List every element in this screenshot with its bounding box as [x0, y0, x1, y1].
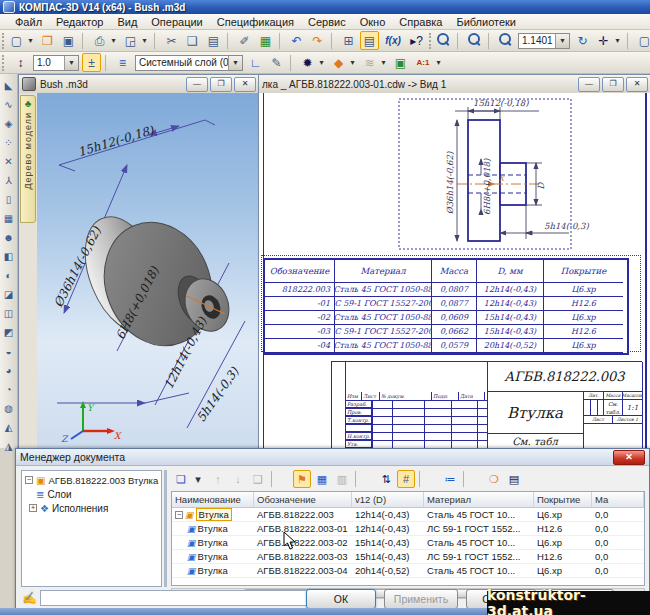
menu-item[interactable]: Справка [392, 15, 449, 29]
executions-table[interactable]: НаименованиеОбозначениеv12 (D)МатериалПо… [171, 491, 645, 586]
array-icon[interactable]: ≋ [360, 53, 379, 72]
move-down-icon[interactable]: ↓ [229, 470, 247, 488]
revolve-icon[interactable]: ◐ [0, 267, 17, 284]
axis-icon[interactable]: ⅄ [0, 172, 17, 189]
menu-item[interactable]: Операции [144, 15, 209, 29]
menu-item[interactable]: Редактор [49, 15, 110, 29]
intersect-icon[interactable]: ✕ [0, 153, 17, 170]
toolbar-grip[interactable] [429, 33, 431, 49]
restore-button[interactable]: ❐ [602, 77, 624, 92]
model-window[interactable]: Bush .m3d — ❐ ✕ ♣ Дерево модели [18, 74, 260, 450]
tree-root-item[interactable]: − ▣ АГБВ.818222.003 Втулка (Тел-1) [22, 473, 161, 487]
save-icon[interactable]: ▣ [59, 31, 78, 50]
model-window-titlebar[interactable]: Bush .m3d — ❐ ✕ [19, 75, 259, 94]
move-up-icon[interactable]: ↑ [209, 470, 227, 488]
chamfer-icon[interactable]: ◔ [0, 381, 17, 398]
apply-button[interactable]: Применить [384, 589, 458, 609]
model-tree-tab[interactable]: ♣ Дерево модели [20, 95, 36, 223]
extrusion-icon[interactable]: ◧ [0, 248, 17, 265]
executions-header-cell[interactable]: Обозначение [254, 492, 352, 507]
sep[interactable] [290, 54, 294, 72]
sketch-check-icon[interactable]: ✎ [267, 53, 286, 72]
spec-table-row[interactable]: -02 Сталь 45 ГОСТ 1050-88 0,0609 15h14(-… [265, 311, 627, 325]
close-button[interactable]: ✕ [234, 77, 256, 92]
fx-icon[interactable]: f(x) [381, 31, 405, 50]
rotate-icon[interactable]: ↻ [573, 31, 592, 50]
preview-icon[interactable]: ◲ [121, 31, 140, 50]
sep[interactable] [82, 32, 86, 50]
layers-icon[interactable]: ≡ [113, 53, 132, 72]
zoom-window-icon[interactable] [434, 31, 453, 50]
sep[interactable] [331, 32, 335, 50]
add-execution-icon[interactable]: ❏ [172, 470, 190, 488]
sort-icon[interactable]: ⇅ [377, 470, 395, 488]
kinematic-icon[interactable]: ◪ [0, 286, 17, 303]
executions-header-cell[interactable]: Ма [592, 492, 644, 507]
rib-icon[interactable]: ◭ [0, 419, 17, 436]
table-edit-icon[interactable]: ▦ [313, 470, 331, 488]
extrude-icon[interactable]: ◆ [329, 53, 348, 72]
local-cs-icon[interactable]: ∟ [246, 53, 265, 72]
execution-row[interactable]: −▣Втулка АГБВ.818222.003-03 15h14(-0,43)… [172, 550, 644, 564]
print-icon[interactable]: ⎙ [90, 31, 109, 50]
array-points-icon[interactable]: ⁘ [0, 134, 17, 151]
person-icon[interactable]: ☻ [0, 229, 17, 246]
cut-icon[interactable]: ✂ [162, 31, 181, 50]
spreadsheet-icon[interactable]: ▦ [256, 31, 275, 50]
sep[interactable] [488, 32, 492, 50]
table-view-icon[interactable]: ▥ [333, 470, 351, 488]
executions-header-cell[interactable]: v12 (D) [352, 492, 424, 507]
app-titlebar[interactable]: КОМПАС-3D V14 (x64) - Bush .m3d [0, 0, 650, 14]
layer-combo[interactable]: Системный слой (0) ▼ [135, 55, 243, 71]
sheet-icon[interactable]: ▯ [0, 191, 17, 208]
drawing-viewport[interactable]: X 15h12(-0,18) Ø36h14(-0,62) 6H8(+0,018) [259, 93, 650, 449]
collapse-icon[interactable]: − [25, 476, 33, 484]
flag-icon[interactable]: ⚑ [293, 470, 311, 488]
spec-table-row[interactable]: -03 ЛС 59-1 ГОСТ 15527-2004 0,0662 15h14… [265, 325, 627, 339]
sep[interactable] [279, 32, 283, 50]
document-manager-tree[interactable]: − ▣ АГБВ.818222.003 Втулка (Тел-1) ≣ Сло… [21, 470, 162, 587]
menu-item[interactable]: Окно [353, 15, 393, 29]
orientation-icon[interactable]: ✛ [594, 31, 613, 50]
dimension-icon[interactable]: A:1 [412, 53, 434, 72]
undo-icon[interactable]: ↶ [287, 31, 306, 50]
collapse-icon[interactable]: − [175, 511, 183, 519]
tree-item-layers[interactable]: ≣ Слои [22, 487, 161, 501]
sep[interactable] [271, 470, 289, 488]
sep[interactable] [627, 32, 631, 50]
sep[interactable] [105, 54, 109, 72]
cutout-icon[interactable]: ◒ [0, 343, 17, 360]
snap-icon[interactable]: ± [82, 53, 101, 72]
spec-table-row[interactable]: -04 Сталь 45 ГОСТ 1050-88 0,0579 20h14(-… [265, 339, 627, 353]
minimize-button[interactable]: — [578, 77, 600, 92]
fillet-icon[interactable]: ◕ [0, 362, 17, 379]
zoom-in-icon[interactable] [496, 31, 515, 50]
numbering-icon[interactable]: # [397, 470, 415, 488]
execution-row[interactable]: −▣Втулка АГБВ.818222.003-01 12h14(-0,43)… [172, 522, 644, 536]
sep[interactable] [419, 470, 437, 488]
open-folder-icon[interactable]: ❍ [485, 470, 503, 488]
surface-dropdown[interactable]: ▾ [316, 53, 327, 72]
context-help-icon[interactable]: ▸? [407, 31, 426, 50]
hole-icon[interactable]: ◍ [0, 400, 17, 417]
zoom-all-icon[interactable] [465, 31, 484, 50]
orientation-dropdown[interactable]: ▾ [612, 31, 623, 50]
body-icon[interactable]: ▣ [391, 53, 410, 72]
copy-icon[interactable]: ❑ [183, 31, 202, 50]
zoom-scale-combo[interactable]: 1.1401 ▼ [518, 33, 570, 49]
execution-row[interactable]: −▣Втулка АГБВ.818222.003 12h14(-0,43) Ст… [172, 508, 644, 522]
sep[interactable] [355, 470, 373, 488]
execution-row[interactable]: −▣Втулка АГБВ.818222.003-02 15h14(-0,43)… [172, 536, 644, 550]
chevron-down-icon[interactable]: ▼ [555, 34, 569, 48]
sep[interactable] [457, 32, 461, 50]
document-manager-panel[interactable]: Менеджер документа ✕ − ▣ АГБВ.818222.003… [15, 448, 650, 610]
toolbar-grip[interactable] [2, 55, 8, 71]
spec-table-row[interactable]: 818222.003 Сталь 45 ГОСТ 1050-88 0,0807 … [265, 283, 627, 297]
executions-header-cell[interactable]: Материал [424, 492, 534, 507]
menu-item[interactable]: Библиотеки [449, 15, 523, 29]
redo-icon[interactable]: ↷ [308, 31, 327, 50]
sep[interactable] [227, 32, 231, 50]
surface-icon[interactable]: ✹ [298, 53, 317, 72]
step-combo[interactable]: 1.0 ▼ [33, 55, 79, 71]
execution-row[interactable]: −▣Втулка АГБВ.818222.003-04 20h14(-0,52)… [172, 564, 644, 578]
